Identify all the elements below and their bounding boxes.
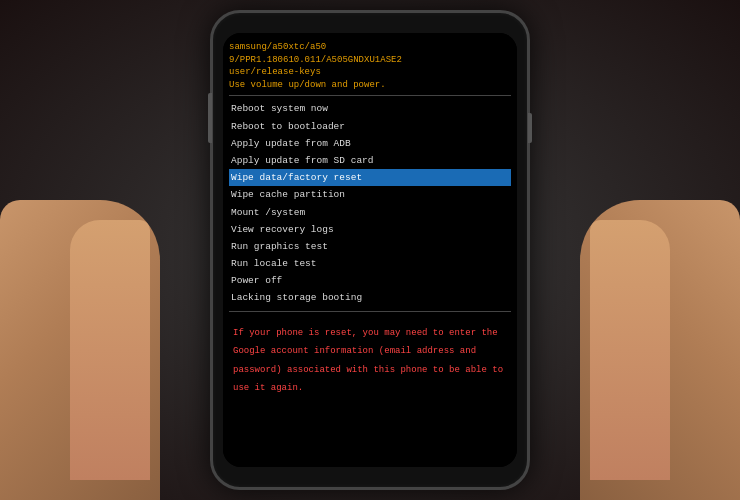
menu-item: Wipe cache partition xyxy=(229,186,511,203)
menu-list: Reboot system nowReboot to bootloaderApp… xyxy=(229,100,511,306)
scene: samsung/a50xtc/a50 9/PPR1.180610.011/A50… xyxy=(0,0,740,500)
menu-item: Mount /system xyxy=(229,204,511,221)
menu-item: View recovery logs xyxy=(229,221,511,238)
model-line1: samsung/a50xtc/a50 xyxy=(229,41,511,54)
model-line3: user/release-keys xyxy=(229,66,511,79)
screen-content: samsung/a50xtc/a50 9/PPR1.180610.011/A50… xyxy=(223,33,517,467)
hand-left xyxy=(0,200,160,500)
phone-body: samsung/a50xtc/a50 9/PPR1.180610.011/A50… xyxy=(210,10,530,490)
instruction-text: Use volume up/down and power. xyxy=(229,79,511,92)
power-button xyxy=(528,113,532,143)
divider-top xyxy=(229,95,511,96)
menu-item: Reboot system now xyxy=(229,100,511,117)
menu-item: Run graphics test xyxy=(229,238,511,255)
menu-item: Apply update from ADB xyxy=(229,135,511,152)
menu-item: Run locale test xyxy=(229,255,511,272)
menu-item: Reboot to bootloader xyxy=(229,118,511,135)
phone-screen: samsung/a50xtc/a50 9/PPR1.180610.011/A50… xyxy=(223,33,517,467)
divider-bottom xyxy=(229,311,511,312)
menu-item[interactable]: Wipe data/factory reset xyxy=(229,169,511,186)
volume-button xyxy=(208,93,212,143)
model-line2: 9/PPR1.180610.011/A505GNDXU1ASE2 xyxy=(229,54,511,67)
hand-right xyxy=(580,200,740,500)
menu-item: Power off xyxy=(229,272,511,289)
device-info: samsung/a50xtc/a50 9/PPR1.180610.011/A50… xyxy=(229,41,511,91)
menu-item: Apply update from SD card xyxy=(229,152,511,169)
warning-box: If your phone is reset, you may need to … xyxy=(229,318,511,400)
warning-text: If your phone is reset, you may need to … xyxy=(233,328,503,394)
menu-item: Lacking storage booting xyxy=(229,289,511,306)
